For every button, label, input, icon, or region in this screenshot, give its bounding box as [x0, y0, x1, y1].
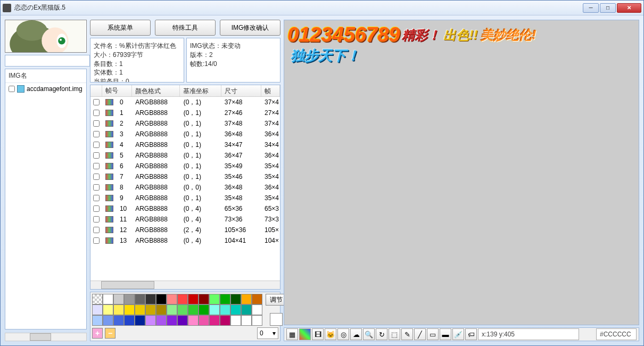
color-swatch[interactable]: [135, 315, 145, 326]
tool-zoom-icon[interactable]: 🔍: [363, 328, 375, 340]
color-swatch[interactable]: [113, 315, 124, 326]
color-swatch[interactable]: [241, 294, 252, 304]
table-header[interactable]: 帧号 颜色格式 基准坐标 尺寸 帧域: [90, 85, 280, 97]
tool-rect-icon[interactable]: ▭: [427, 328, 439, 340]
row-checkbox[interactable]: [93, 195, 100, 201]
table-row[interactable]: 7 ARGB8888 (0，1) 35×46 35×4: [90, 171, 280, 182]
row-checkbox[interactable]: [93, 110, 100, 116]
table-row[interactable]: 12 ARGB8888 (2，4) 105×36 105×: [90, 225, 280, 235]
table-row[interactable]: 13 ARGB8888 (0，4) 104×41 104×: [90, 235, 280, 246]
color-swatch[interactable]: [252, 294, 262, 304]
color-swatch[interactable]: [145, 304, 156, 315]
row-checkbox[interactable]: [93, 152, 100, 159]
color-swatch[interactable]: [167, 315, 177, 326]
color-swatch[interactable]: [92, 294, 103, 304]
table-row[interactable]: 10 ARGB8888 (0，4) 65×36 65×3: [90, 203, 280, 214]
palette-remove-button[interactable]: −: [105, 328, 115, 339]
color-swatch[interactable]: [124, 315, 135, 326]
row-checkbox[interactable]: [93, 142, 100, 148]
color-swatch[interactable]: [252, 315, 262, 326]
color-swatch[interactable]: [199, 304, 209, 315]
color-swatch[interactable]: [241, 315, 252, 326]
tool-line-icon[interactable]: ╱: [414, 328, 426, 340]
row-checkbox[interactable]: [93, 227, 100, 233]
color-swatch[interactable]: [135, 294, 145, 304]
color-swatch[interactable]: [145, 294, 156, 304]
table-row[interactable]: 11 ARGB8888 (0，4) 73×36 73×3: [90, 214, 280, 225]
color-swatch[interactable]: [177, 304, 188, 315]
table-row[interactable]: 8 ARGB8888 (0，0) 36×48 36×4: [90, 182, 280, 193]
row-checkbox[interactable]: [93, 205, 100, 212]
color-swatch[interactable]: [188, 315, 199, 326]
tool-crop-icon[interactable]: ⬚: [389, 328, 400, 340]
color-swatch[interactable]: [188, 294, 199, 304]
color-swatch[interactable]: [220, 304, 230, 315]
color-swatch[interactable]: [103, 304, 113, 315]
color-swatch[interactable]: [220, 315, 230, 326]
titlebar[interactable]: 恋恋のEx黑猫版.5 ─ □ ✕: [1, 1, 643, 15]
table-row[interactable]: 9 ARGB8888 (0，1) 35×48 35×4: [90, 193, 280, 203]
tool-eyedrop-icon[interactable]: 💉: [452, 328, 464, 340]
preview-canvas[interactable]: 0123456789 精彩！ 出色!! 美妙绝伦! 独步天下！: [284, 20, 639, 325]
color-swatch[interactable]: [124, 294, 135, 304]
color-swatch[interactable]: [103, 315, 113, 326]
tool-cloud-icon[interactable]: ☁: [350, 328, 362, 340]
img-confirm-button[interactable]: IMG修改确认: [220, 20, 280, 36]
palette-index-spinner[interactable]: 0▾: [257, 327, 278, 339]
palette-add-button[interactable]: +: [92, 328, 103, 339]
img-item-checkbox[interactable]: [9, 86, 15, 92]
color-swatch[interactable]: [177, 315, 188, 326]
color-swatch[interactable]: [220, 294, 230, 304]
img-list[interactable]: accdamagefont.img: [5, 83, 86, 329]
tool-palette-icon[interactable]: [299, 328, 311, 340]
row-checkbox[interactable]: [93, 237, 100, 244]
special-tools-button[interactable]: 特殊工具: [155, 20, 216, 36]
table-row[interactable]: 4 ARGB8888 (0，1) 34×47 34×4: [90, 139, 280, 150]
current-color-swatch[interactable]: [270, 313, 283, 326]
color-swatch[interactable]: [156, 294, 167, 304]
tool-pencil-icon[interactable]: ✎: [401, 328, 413, 340]
table-row[interactable]: 5 ARGB8888 (0，1) 36×47 36×4: [90, 150, 280, 161]
table-row[interactable]: 1 ARGB8888 (0，1) 27×46 27×4: [90, 108, 280, 118]
close-button[interactable]: ✕: [617, 3, 641, 13]
color-swatch[interactable]: [252, 304, 262, 315]
color-swatch[interactable]: [230, 304, 241, 315]
img-list-item[interactable]: accdamagefont.img: [6, 84, 85, 94]
left-hscrollbar[interactable]: [5, 333, 87, 341]
color-swatch[interactable]: [209, 304, 220, 315]
tool-target-icon[interactable]: ◎: [337, 328, 349, 340]
table-hscrollbar[interactable]: [90, 281, 280, 289]
tool-tag-icon[interactable]: 🏷: [465, 328, 477, 340]
color-swatch[interactable]: [135, 304, 145, 315]
color-swatch[interactable]: [199, 315, 209, 326]
color-swatch[interactable]: [209, 315, 220, 326]
maximize-button[interactable]: □: [600, 3, 616, 13]
color-swatch[interactable]: [167, 294, 177, 304]
color-swatch[interactable]: [145, 315, 156, 326]
table-row[interactable]: 0 ARGB8888 (0，1) 37×48 37×4: [90, 97, 280, 108]
row-checkbox[interactable]: [93, 131, 100, 137]
minimize-button[interactable]: ─: [583, 3, 599, 13]
row-checkbox[interactable]: [93, 184, 100, 191]
color-swatch[interactable]: [113, 294, 124, 304]
color-swatch[interactable]: [199, 294, 209, 304]
row-checkbox[interactable]: [93, 174, 100, 180]
system-menu-button[interactable]: 系统菜单: [90, 20, 151, 36]
color-swatch[interactable]: [209, 294, 220, 304]
color-swatch[interactable]: [230, 315, 241, 326]
tool-fill-icon[interactable]: ▬: [440, 328, 451, 340]
color-swatch[interactable]: [188, 304, 199, 315]
color-swatch[interactable]: [124, 304, 135, 315]
color-swatch[interactable]: [92, 315, 103, 326]
color-swatch[interactable]: [167, 304, 177, 315]
row-checkbox[interactable]: [93, 163, 100, 169]
color-swatch[interactable]: [230, 294, 241, 304]
table-row[interactable]: 6 ARGB8888 (0，1) 35×49 35×4: [90, 161, 280, 171]
table-row[interactable]: 2 ARGB8888 (0，1) 37×48 37×4: [90, 118, 280, 129]
search-input[interactable]: [5, 55, 90, 67]
tool-cat-icon[interactable]: 🐱: [325, 328, 336, 340]
tool-rotate-icon[interactable]: ↻: [376, 328, 387, 340]
tool-grid-icon[interactable]: ▦: [286, 328, 298, 340]
color-swatch[interactable]: [156, 304, 167, 315]
color-swatch[interactable]: [241, 304, 252, 315]
